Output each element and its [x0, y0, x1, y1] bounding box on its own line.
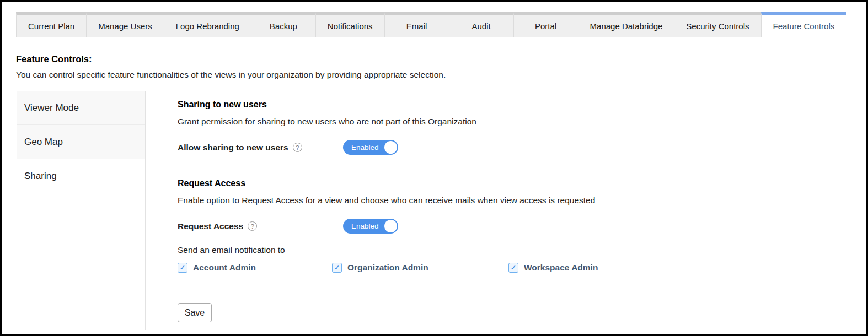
- tab-bar-filler: [846, 12, 866, 37]
- checkbox-workspace-admin[interactable]: ✓ Workspace Admin: [508, 263, 598, 273]
- tab-logo-rebranding[interactable]: Logo Rebranding: [164, 12, 251, 37]
- tab-portal[interactable]: Portal: [513, 12, 578, 37]
- request-access-section-description: Enable option to Request Access for a vi…: [178, 196, 866, 205]
- allow-sharing-label: Allow sharing to new users: [178, 143, 288, 153]
- toggle-knob: [384, 220, 397, 232]
- help-icon[interactable]: ?: [248, 221, 257, 231]
- tab-current-plan[interactable]: Current Plan: [16, 12, 86, 37]
- sidebar-item-sharing[interactable]: Sharing: [17, 159, 145, 193]
- settings-tab-bar: Current Plan Manage Users Logo Rebrandin…: [16, 12, 866, 37]
- tab-audit[interactable]: Audit: [449, 12, 513, 37]
- feature-controls-panel: Viewer Mode Geo Map Sharing Sharing to n…: [2, 91, 866, 330]
- checkbox-organization-admin[interactable]: ✓ Organization Admin: [332, 263, 508, 273]
- sharing-settings-main: Sharing to new users Grant permission fo…: [146, 91, 866, 330]
- sharing-section-title: Sharing to new users: [178, 100, 866, 110]
- request-access-toggle[interactable]: Enabled: [343, 219, 398, 234]
- checkbox-account-admin[interactable]: ✓ Account Admin: [178, 263, 332, 273]
- help-icon[interactable]: ?: [293, 143, 302, 152]
- request-access-section-title: Request Access: [178, 178, 866, 188]
- tab-security-controls[interactable]: Security Controls: [674, 12, 760, 37]
- allow-sharing-toggle[interactable]: Enabled: [343, 140, 398, 155]
- feature-sidebar: Viewer Mode Geo Map Sharing: [17, 91, 146, 330]
- checkbox-label: Organization Admin: [347, 263, 428, 273]
- request-access-row: Request Access ? Enabled: [178, 219, 866, 234]
- tab-backup[interactable]: Backup: [251, 12, 315, 37]
- request-access-label-group: Request Access ?: [178, 221, 343, 231]
- save-button[interactable]: Save: [178, 303, 212, 322]
- checkbox-label: Workspace Admin: [524, 263, 598, 273]
- page-description: You can control specific feature functio…: [16, 70, 866, 80]
- checkbox-checked-icon[interactable]: ✓: [508, 263, 518, 273]
- toggle-state-label: Enabled: [351, 143, 379, 151]
- sidebar-item-geo-map[interactable]: Geo Map: [17, 125, 145, 159]
- sharing-section-description: Grant permission for sharing to new user…: [178, 117, 866, 127]
- toggle-knob: [384, 141, 397, 154]
- sidebar-item-viewer-mode[interactable]: Viewer Mode: [17, 91, 145, 125]
- allow-sharing-label-group: Allow sharing to new users ?: [178, 143, 343, 153]
- email-notification-label: Send an email notification to: [178, 245, 866, 255]
- tab-manage-users[interactable]: Manage Users: [86, 12, 164, 37]
- request-access-label: Request Access: [178, 221, 243, 231]
- recipient-checkbox-row: ✓ Account Admin ✓ Organization Admin ✓ W…: [178, 263, 866, 273]
- page-title: Feature Controls:: [16, 54, 866, 64]
- tab-manage-databridge[interactable]: Manage Databridge: [578, 12, 674, 37]
- tab-notifications[interactable]: Notifications: [315, 12, 384, 37]
- toggle-state-label: Enabled: [351, 222, 379, 230]
- checkbox-checked-icon[interactable]: ✓: [178, 263, 187, 273]
- checkbox-label: Account Admin: [193, 263, 256, 273]
- allow-sharing-row: Allow sharing to new users ? Enabled: [178, 140, 866, 155]
- tab-email[interactable]: Email: [384, 12, 449, 37]
- tab-feature-controls[interactable]: Feature Controls: [761, 12, 846, 37]
- checkbox-checked-icon[interactable]: ✓: [332, 263, 342, 273]
- page-header: Feature Controls: You can control specif…: [16, 54, 866, 80]
